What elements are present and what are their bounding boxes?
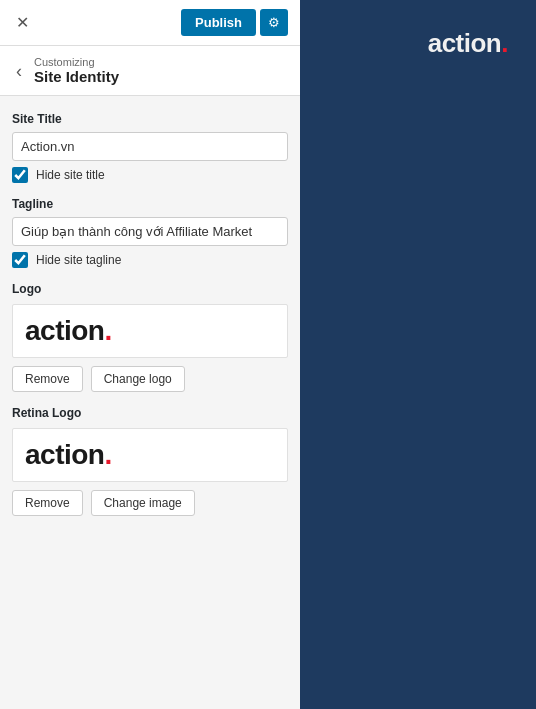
retina-logo-buttons: Remove Change image: [12, 490, 288, 516]
settings-button[interactable]: ⚙: [260, 9, 288, 36]
logo-text: action: [25, 315, 104, 347]
hide-site-tagline-row: Hide site tagline: [12, 252, 288, 268]
remove-retina-logo-button[interactable]: Remove: [12, 490, 83, 516]
logo-section: Logo action. Remove Change logo: [12, 282, 288, 392]
breadcrumb-text: Customizing Site Identity: [34, 56, 119, 85]
logo-dot: .: [104, 315, 111, 347]
preview-logo: action.: [428, 28, 508, 59]
hide-site-title-checkbox[interactable]: [12, 167, 28, 183]
breadcrumb-title: Site Identity: [34, 68, 119, 85]
logo-label: Logo: [12, 282, 288, 296]
preview-logo-dot: .: [501, 28, 508, 59]
retina-logo-preview: action.: [12, 428, 288, 482]
logo-image: action.: [25, 315, 112, 347]
site-title-label: Site Title: [12, 112, 288, 126]
content-area: Site Title Hide site title Tagline Hide …: [0, 96, 300, 532]
breadcrumb-parent: Customizing: [34, 56, 119, 68]
site-title-input[interactable]: [12, 132, 288, 161]
retina-logo-dot: .: [104, 439, 111, 471]
breadcrumb: ‹ Customizing Site Identity: [0, 46, 300, 96]
top-bar-actions: Publish ⚙: [181, 9, 288, 36]
hide-site-tagline-label: Hide site tagline: [36, 253, 121, 267]
change-retina-logo-button[interactable]: Change image: [91, 490, 195, 516]
retina-logo-label: Retina Logo: [12, 406, 288, 420]
tagline-group: Tagline Hide site tagline: [12, 197, 288, 268]
publish-button[interactable]: Publish: [181, 9, 256, 36]
preview-logo-display: action.: [428, 28, 508, 59]
retina-logo-section: Retina Logo action. Remove Change image: [12, 406, 288, 516]
tagline-label: Tagline: [12, 197, 288, 211]
retina-logo-image: action.: [25, 439, 112, 471]
preview-panel: action.: [300, 0, 536, 709]
site-title-group: Site Title Hide site title: [12, 112, 288, 183]
change-logo-button[interactable]: Change logo: [91, 366, 185, 392]
preview-logo-text: action: [428, 28, 502, 59]
tagline-input[interactable]: [12, 217, 288, 246]
hide-site-title-row: Hide site title: [12, 167, 288, 183]
close-button[interactable]: ✕: [12, 11, 33, 35]
retina-logo-text: action: [25, 439, 104, 471]
logo-buttons: Remove Change logo: [12, 366, 288, 392]
remove-logo-button[interactable]: Remove: [12, 366, 83, 392]
hide-site-tagline-checkbox[interactable]: [12, 252, 28, 268]
hide-site-title-label: Hide site title: [36, 168, 105, 182]
top-bar: ✕ Publish ⚙: [0, 0, 300, 46]
customizer-panel: ✕ Publish ⚙ ‹ Customizing Site Identity …: [0, 0, 300, 709]
logo-preview: action.: [12, 304, 288, 358]
back-button[interactable]: ‹: [12, 62, 26, 80]
